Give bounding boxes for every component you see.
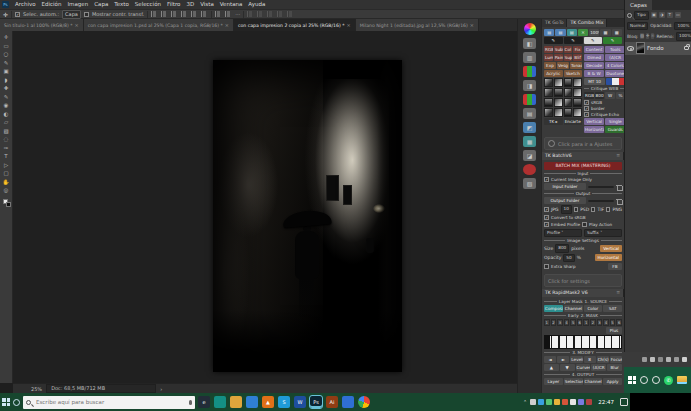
layer-thumbnail[interactable] xyxy=(636,42,645,54)
modify-button[interactable]: ◄ xyxy=(544,356,556,363)
output-button[interactable]: Layer xyxy=(544,378,563,385)
mask-preset-number[interactable]: 3 xyxy=(597,319,603,326)
file-explorer-icon[interactable] xyxy=(677,376,687,384)
output-folder-path[interactable] xyxy=(588,200,614,202)
modify-button[interactable]: Curves xyxy=(576,364,591,371)
size-field[interactable]: 800 xyxy=(555,244,569,253)
tray-icon[interactable] xyxy=(570,399,576,405)
more-options-icon[interactable]: ⋯ xyxy=(235,11,240,17)
tray-icon[interactable] xyxy=(562,399,568,405)
document-tab[interactable]: Milano Night 1 (editada).jpg al 12,5% (R… xyxy=(356,19,479,31)
menu-item[interactable]: Filtro xyxy=(164,0,183,9)
filter-type-icon[interactable]: T xyxy=(667,12,673,18)
tool-icon[interactable]: ▣ xyxy=(3,68,8,75)
taskbar-app-icon[interactable] xyxy=(246,396,258,408)
tif-checkbox[interactable] xyxy=(591,207,595,212)
microphone-icon[interactable] xyxy=(189,400,192,405)
tool-icon[interactable]: T xyxy=(4,153,7,160)
tray-icon[interactable] xyxy=(530,399,536,405)
panel-icon[interactable]: ◨ xyxy=(523,80,536,91)
png-checkbox[interactable] xyxy=(606,207,610,212)
tray-icon[interactable] xyxy=(578,399,584,405)
menu-item[interactable]: Selección xyxy=(132,0,164,9)
panel-icon[interactable]: ▤ xyxy=(523,108,536,119)
mask-piano-display[interactable] xyxy=(544,335,622,349)
tk-icon-button[interactable]: ✕ xyxy=(578,29,588,36)
source-button[interactable]: Channel xyxy=(564,305,583,312)
trash-icon[interactable] xyxy=(616,198,622,204)
filter-shape-icon[interactable]: ▭ xyxy=(675,12,681,18)
play-action-checkbox[interactable]: Play Action xyxy=(582,222,612,227)
start-button[interactable] xyxy=(2,398,10,406)
taskbar-clock[interactable]: 22:47 xyxy=(598,399,614,405)
modify-button[interactable]: ▲ xyxy=(544,364,559,371)
task-view-icon[interactable] xyxy=(652,376,660,384)
tk-brush-button[interactable]: ✎ xyxy=(544,37,563,44)
source-button[interactable]: SAT xyxy=(603,305,622,312)
mask-preset-number[interactable]: 5 xyxy=(570,319,576,326)
tray-icon[interactable] xyxy=(586,399,592,405)
layers-tab[interactable]: Capas xyxy=(625,0,652,10)
distribute-v-icon[interactable] xyxy=(225,11,232,17)
tk-action-button[interactable]: Tools xyxy=(605,46,625,53)
extra-sharp-checkbox[interactable]: Extra Sharp xyxy=(544,264,576,269)
psd-checkbox[interactable] xyxy=(574,207,578,212)
cortana-icon[interactable] xyxy=(13,399,20,406)
tk-action-button[interactable]: Sketch xyxy=(564,70,583,77)
mask-preset-number[interactable]: 2 xyxy=(590,319,596,326)
modify-button[interactable]: 8 xyxy=(584,356,596,363)
tk-icon-button[interactable]: ▦ xyxy=(612,29,622,36)
tk-action-button[interactable]: (A)CR xyxy=(605,54,625,61)
profile-dropdown[interactable]: Profile ˅ xyxy=(544,229,582,238)
france-flag-icon[interactable] xyxy=(606,78,625,85)
tk-action-button[interactable]: Fix xyxy=(573,46,582,53)
tk-field[interactable]: RGB ˅ xyxy=(584,92,594,99)
opacity-value[interactable]: 100% xyxy=(674,22,691,31)
horizontal-button[interactable]: Horizontal xyxy=(595,254,622,261)
close-tab-icon[interactable]: × xyxy=(346,22,350,28)
layer-row-background[interactable]: Fondo xyxy=(625,42,691,55)
panel-icon[interactable]: ◧ xyxy=(523,38,536,49)
filter-pixel-icon[interactable]: ▣ xyxy=(651,12,657,18)
whatsapp-icon[interactable]: ✆ xyxy=(664,376,673,385)
tool-icon[interactable]: ✎ xyxy=(4,60,9,67)
tk-action-button[interactable]: 4 Colors xyxy=(605,62,625,69)
tk-action-button[interactable]: Horizontal xyxy=(584,126,604,133)
tray-icon[interactable] xyxy=(666,357,671,362)
tool-icon[interactable]: ◗ xyxy=(5,77,8,84)
tray-icon[interactable] xyxy=(682,357,687,362)
align-top-icon[interactable] xyxy=(181,11,188,17)
mask-preset-number[interactable]: 6 xyxy=(577,319,583,326)
tool-icon[interactable]: ▨ xyxy=(3,128,8,135)
panel-icon[interactable] xyxy=(523,66,536,77)
tool-icon[interactable]: ◌ xyxy=(4,136,9,143)
early-label[interactable]: Early xyxy=(568,313,579,318)
panel-icon[interactable]: ▥ xyxy=(523,52,536,63)
taskbar-app-icon[interactable]: W xyxy=(294,396,306,408)
panel-icon[interactable] xyxy=(524,23,536,35)
filter-adjust-icon[interactable]: ◑ xyxy=(659,12,665,18)
source-button[interactable]: Composite xyxy=(544,305,563,312)
tray-icon[interactable] xyxy=(674,357,679,362)
mask-preset-number[interactable]: 2 xyxy=(551,319,557,326)
output-button[interactable]: Selection xyxy=(564,378,583,385)
fb-button[interactable]: FB xyxy=(608,263,622,270)
search-input[interactable] xyxy=(34,398,186,406)
tk-icon-button[interactable]: 100% xyxy=(589,29,599,36)
tk-checkbox-row[interactable]: sRGB xyxy=(584,100,625,105)
tk-icon-button[interactable]: ▤ xyxy=(544,29,554,36)
modify-button[interactable]: Ch(s) xyxy=(597,356,609,363)
lock-position-icon[interactable]: ✛ xyxy=(646,33,649,39)
tool-icon[interactable]: ◉ xyxy=(4,102,9,109)
tk-action-button[interactable]: Decode xyxy=(584,62,604,69)
auto-select-dropdown[interactable]: Capa xyxy=(62,10,81,19)
panel-tab[interactable]: TK GoTo xyxy=(542,19,567,27)
tk-checkbox-row[interactable]: Critique Echo xyxy=(584,112,625,117)
trash-icon[interactable] xyxy=(616,184,622,190)
tk-action-button[interactable]: Paint xyxy=(554,54,563,61)
input-folder-path[interactable] xyxy=(588,186,614,188)
cortana-icon[interactable] xyxy=(640,376,648,384)
taskbar-app-icon[interactable]: Ps xyxy=(310,396,322,408)
menu-item[interactable]: Edición xyxy=(39,0,65,9)
tk-field[interactable]: 800 xyxy=(595,92,605,99)
